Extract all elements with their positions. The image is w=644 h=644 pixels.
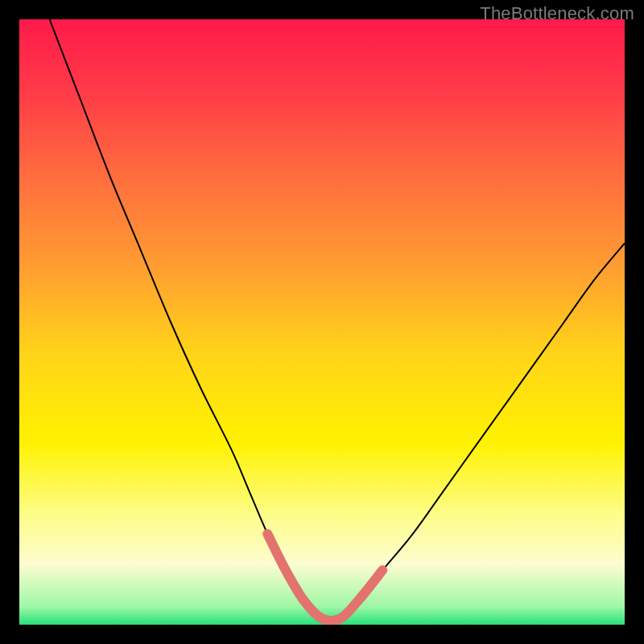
bottleneck-chart-svg [19,19,625,625]
chart-plot-area [19,19,625,625]
watermark-text: TheBottleneck.com [480,3,634,24]
chart-background [19,19,625,625]
